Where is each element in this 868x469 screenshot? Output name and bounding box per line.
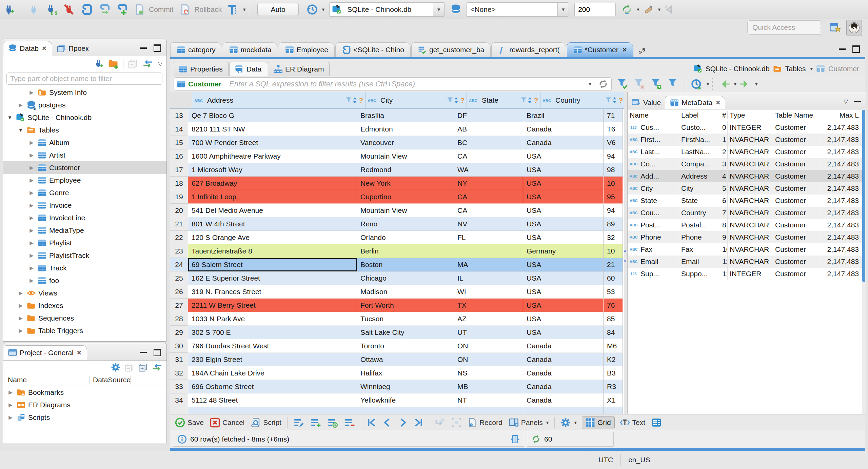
row-number[interactable]: 19 — [170, 190, 188, 204]
column-sort-icon[interactable] — [352, 97, 357, 104]
scrollbar-thumb[interactable] — [862, 110, 865, 282]
grid-cell[interactable]: 94 — [604, 149, 623, 163]
last-row-icon[interactable] — [414, 418, 423, 427]
tree-item-sequences[interactable]: ▶Sequences — [3, 312, 166, 324]
grid-cell[interactable]: M6 — [604, 339, 623, 353]
tree-item-invoiceline[interactable]: ▶InvoiceLine — [3, 211, 166, 224]
metadata-name-cell[interactable]: ABCCity — [628, 182, 679, 195]
grid-cell[interactable]: USA — [523, 217, 604, 231]
metadata-cell[interactable]: NVARCHAR — [728, 170, 773, 182]
grid-cell[interactable]: Fort Worth — [357, 299, 454, 312]
grid-cell[interactable]: Canada — [523, 366, 604, 380]
metadata-cell[interactable]: FirstNa... — [679, 134, 720, 146]
metadata-row[interactable]: ABCPhonePhone9NVARCHARCustomer2,147,483 — [628, 231, 866, 243]
save-filter-icon[interactable] — [651, 79, 662, 89]
column-datasource[interactable]: DataSource — [90, 376, 131, 384]
tree-expand-icon[interactable]: ▶ — [28, 265, 35, 271]
view-menu-icon[interactable]: ▽ — [158, 60, 162, 67]
add-row-icon[interactable] — [310, 417, 321, 428]
metadata-cell[interactable]: Postal... — [679, 219, 720, 231]
grid-cell[interactable]: UT — [454, 326, 523, 339]
maximize-icon[interactable] — [154, 349, 161, 356]
connect-icon[interactable] — [27, 3, 40, 16]
metadata-row[interactable]: ABCCou...Country7NVARCHARCustomer2,147,4… — [628, 207, 866, 219]
metadata-cell[interactable]: NVARCHAR — [728, 256, 773, 268]
grid-cell[interactable]: 1 Microsoft Way — [188, 163, 357, 177]
metadata-cell[interactable]: 7 — [720, 207, 728, 219]
grid-cell[interactable]: Ottawa — [357, 353, 454, 366]
refresh-status-box[interactable]: 60 — [527, 432, 614, 447]
apply-filter-icon[interactable] — [617, 79, 628, 89]
disconnect-icon[interactable] — [62, 3, 75, 16]
grid-cell[interactable]: Mountain View — [357, 204, 454, 217]
column-filter-icon[interactable] — [605, 97, 612, 104]
metadata-row[interactable]: ABCFaxFax10NVARCHARCustomer2,147,483 — [628, 243, 866, 256]
metadata-column-label[interactable]: Label — [679, 111, 720, 119]
close-icon[interactable]: × — [623, 45, 627, 54]
metadata-cell[interactable]: NVARCHAR — [728, 207, 773, 219]
maximize-icon[interactable] — [852, 45, 860, 53]
tree-expand-icon[interactable]: ▶ — [28, 177, 35, 183]
sql-editor-icon[interactable] — [80, 3, 93, 16]
auto-refresh-caret[interactable]: ▾ — [707, 81, 709, 87]
metadata-cell[interactable]: City — [679, 182, 720, 195]
column-name[interactable]: Name — [3, 376, 90, 384]
grid-cell[interactable]: 10 — [604, 177, 623, 190]
breadcrumb-table[interactable]: Customer — [828, 65, 859, 73]
editor-tab-rewards-report-[interactable]: frewards_report( — [491, 42, 566, 57]
transaction-log-caret[interactable]: ▾ — [322, 6, 325, 13]
grid-cell[interactable]: 319 N. Frances Street — [188, 285, 357, 299]
metadata-cell[interactable]: 2,147,483 — [820, 243, 861, 256]
view-menu-icon[interactable]: ▽ — [844, 98, 848, 105]
project-item-er-diagrams[interactable]: ▶ER Diagrams — [3, 399, 166, 411]
tree-expand-icon[interactable]: ▶ — [17, 303, 24, 309]
row-number[interactable]: 16 — [170, 149, 188, 163]
column-sort-icon[interactable] — [454, 97, 459, 104]
grid-cell[interactable]: Brazil — [523, 109, 604, 122]
tree-item-data-types[interactable]: ▶Data Types — [3, 337, 166, 340]
column-header-state[interactable]: ABCState? — [467, 92, 540, 108]
metadata-row[interactable]: ABCLast...LastNa...2NVARCHARCustomer2,14… — [628, 146, 866, 158]
tree-item-playlisttrack[interactable]: ▶PlaylistTrack — [3, 249, 166, 262]
settings-gear-icon[interactable] — [111, 363, 120, 372]
tree-collapse-icon[interactable]: ▼ — [6, 115, 13, 120]
grid-cell[interactable]: Toronto — [357, 339, 454, 353]
grid-cell[interactable]: Boston — [357, 258, 454, 271]
grid-cell[interactable]: 21 — [604, 258, 623, 271]
grid-cell[interactable]: T6 — [604, 122, 623, 136]
metadata-row[interactable]: ABCFirst...FirstNa...1NVARCHARCustomer2,… — [628, 134, 866, 146]
new-sql-editor-icon[interactable] — [115, 3, 128, 16]
row-number[interactable]: 24 — [170, 258, 188, 271]
perspective-dbeaver-new-icon[interactable] — [827, 20, 842, 35]
grid-cell[interactable]: B3 — [604, 366, 623, 380]
column-sort-icon[interactable] — [612, 97, 617, 104]
row-number[interactable]: 29 — [170, 326, 188, 339]
grid-cell[interactable]: 796 Dundas Street West — [188, 339, 357, 353]
transaction-mode-icon[interactable] — [227, 3, 240, 16]
grid-cell[interactable]: Chicago — [357, 271, 454, 285]
metadata-cell[interactable]: Customer — [773, 158, 820, 170]
metadata-name-cell[interactable]: ABCPhone — [628, 231, 679, 243]
metadata-name-cell[interactable]: ABCFirst... — [628, 134, 679, 146]
grid-cell[interactable]: Tucson — [357, 312, 454, 326]
metadata-name-cell[interactable]: 123Sup... — [628, 268, 679, 280]
grid-cell[interactable]: USA — [523, 312, 604, 326]
grid-cell[interactable]: DF — [454, 109, 523, 122]
link-with-editor-icon[interactable] — [152, 363, 162, 371]
row-number[interactable]: 25 — [170, 271, 188, 285]
row-number[interactable]: 26 — [170, 285, 188, 299]
grid-cell[interactable]: Germany — [523, 244, 604, 258]
grid-cell[interactable]: AZ — [454, 312, 523, 326]
tree-collapse-icon[interactable]: ▼ — [17, 127, 24, 133]
row-number[interactable]: 22 — [170, 231, 188, 244]
metadata-name-cell[interactable]: ABCAdd... — [628, 170, 679, 182]
tree-expand-icon[interactable]: ▶ — [28, 215, 35, 221]
metadata-cell[interactable]: 2,147,483 — [820, 182, 861, 195]
grid-cell[interactable]: TX — [454, 299, 523, 312]
sql-filter-input[interactable] — [225, 80, 588, 88]
grid-cell[interactable]: NT — [454, 393, 523, 407]
grid-cell[interactable]: Brasília — [357, 109, 454, 122]
grid-cell[interactable]: FL — [454, 231, 523, 244]
grid-cell[interactable]: MB — [454, 380, 523, 393]
grid-cell[interactable]: 89 — [604, 217, 623, 231]
